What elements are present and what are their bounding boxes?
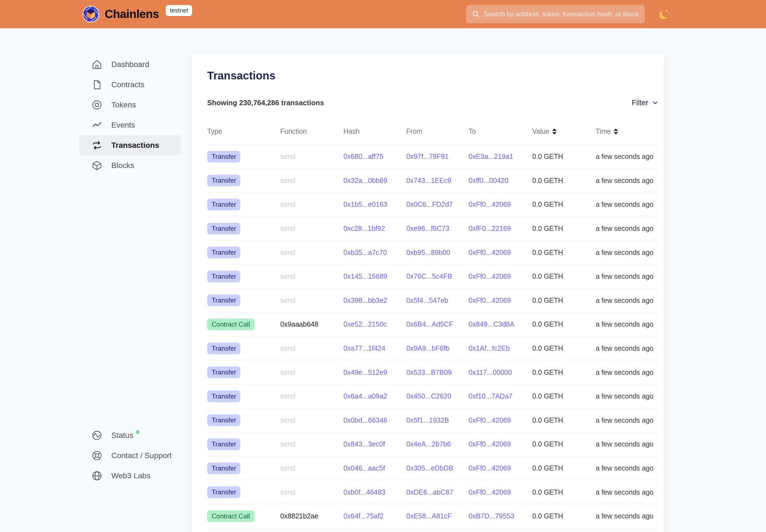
type-badge: Transfer [207,343,240,354]
hash-link[interactable]: 0x046...aac5f [343,464,406,472]
to-link[interactable]: 0xFf0...42069 [469,296,532,304]
sidebar-item-contact-support[interactable]: Contact / Support [79,445,181,466]
value-cell: 0.0 GETH [532,224,596,233]
sidebar-item-dashboard[interactable]: Dashboard [79,54,181,74]
function-label: send [280,440,343,448]
to-link[interactable]: 0xFf0...42069 [469,249,532,257]
sidebar-item-blocks[interactable]: Blocks [79,155,181,175]
function-label: send [280,296,343,304]
table-row: Contract Call0x9aaab6480xe52...2150c0x6B… [207,313,659,337]
hash-link[interactable]: 0xe52...2150c [343,320,406,328]
function-label: send [280,177,343,185]
sidebar-item-events[interactable]: Events [79,115,181,135]
to-link[interactable]: 0x1Af...fc2Eb [469,344,532,352]
to-link[interactable]: 0xFf0...42069 [469,200,532,208]
from-link[interactable]: 0x743...1EEc9 [406,177,469,185]
from-link[interactable]: 0xE58...A81cF [406,512,469,520]
to-link[interactable]: 0xFf0...42069 [469,488,532,496]
sidebar-item-web3-labs[interactable]: Web3 Labs [79,466,181,486]
from-link[interactable]: 0x4eA...2b7b6 [406,440,469,448]
table-header-row: Type Function Hash From To Value Time [207,118,659,145]
from-link[interactable]: 0xDE6...abC87 [406,488,469,496]
from-link[interactable]: 0x76C...5c4FB [406,272,469,280]
sidebar-item-transactions[interactable]: Transactions [79,135,181,155]
from-link[interactable]: 0x305...eDbDB [406,464,469,472]
to-link[interactable]: 0xFf0...42069 [469,416,532,424]
from-link[interactable]: 0x5f1...1932B [406,416,469,424]
type-cell: Transfer [207,295,280,306]
value-cell: 0.0 GETH [532,488,596,496]
to-link[interactable]: 0xB7D...79553 [469,512,532,520]
sidebar-item-contracts[interactable]: Contracts [79,74,181,95]
sidebar-item-status[interactable]: Status [79,425,181,445]
to-link[interactable]: 0x849...C3d8A [469,320,532,328]
from-link[interactable]: 0xe96...f6C73 [406,224,469,233]
to-link[interactable]: 0xE3a...219a1 [469,153,532,161]
value-cell: 0.0 GETH [532,249,596,257]
time-cell: a few seconds ago [596,296,659,304]
sidebar-item-tokens[interactable]: Tokens [79,95,181,115]
type-badge: Transfer [207,271,240,282]
to-link[interactable]: 0xFf0...42069 [469,440,532,448]
activity-icon [92,120,102,130]
from-link[interactable]: 0x5f4...547eb [406,296,469,304]
type-cell: Contract Call [207,319,280,330]
hash-link[interactable]: 0x680...aff75 [343,153,406,161]
hash-link[interactable]: 0x398...bb3e2 [343,296,406,304]
hash-link[interactable]: 0x843...3ec0f [343,440,406,448]
hash-link[interactable]: 0x145...15689 [343,272,406,280]
to-link[interactable]: 0xf10...7ADa7 [469,392,532,400]
to-link[interactable]: 0xFf0...42069 [469,272,532,280]
hash-link[interactable]: 0x6a4...a09a2 [343,392,406,400]
from-link[interactable]: 0xb95...89b00 [406,249,469,257]
sidebar-footer-nav: Status Contact / Support Web3 Labs [79,425,181,486]
hash-link[interactable]: 0x1b5...e0163 [343,200,406,208]
hash-link[interactable]: 0xb35...a7c70 [343,249,406,257]
function-label: send [280,344,343,352]
token-icon [92,100,102,110]
hash-link[interactable]: 0x32a...0bb69 [343,177,406,185]
page-title: Transactions [207,69,659,82]
time-cell: a few seconds ago [596,392,659,400]
theme-toggle-moon-icon[interactable] [657,7,671,22]
column-header-to: To [469,127,532,135]
sidebar-nav: Dashboard Contracts Tokens Events [79,54,181,175]
global-search [466,5,645,23]
table-row: Transfersend0x32a...0bb690x743...1EEc90x… [207,169,659,193]
hash-link[interactable]: 0xb0f...46483 [343,488,406,496]
function-label: send [280,464,343,472]
filter-button[interactable]: Filter [632,99,659,107]
from-link[interactable]: 0x97f...78F91 [406,153,469,161]
type-cell: Transfer [207,271,280,282]
hash-link[interactable]: 0xa77...1f424 [343,344,406,352]
hash-link[interactable]: 0xc28...1bf92 [343,224,406,233]
brand-logo[interactable]: Chainlens testnet [82,0,192,28]
to-link[interactable]: 0xFf0...42069 [469,464,532,472]
sort-value-icon[interactable] [552,128,557,135]
top-header-bar: Chainlens testnet [0,0,766,28]
time-cell: a few seconds ago [596,153,659,161]
type-cell: Transfer [207,223,280,234]
to-link[interactable]: 0xff0...00420 [469,177,532,185]
to-link[interactable]: 0x117...00000 [469,368,532,376]
search-input[interactable] [484,10,639,18]
hash-link[interactable]: 0x49e...512e9 [343,368,406,376]
from-link[interactable]: 0x6B4...Ad5CF [406,320,469,328]
table-row: Transfersend0x1b5...e01630x0C6...FD2d70x… [207,193,659,217]
from-link[interactable]: 0x9A9...bF6fb [406,344,469,352]
sort-time-icon[interactable] [614,128,618,135]
value-cell: 0.0 GETH [532,440,596,448]
hash-link[interactable]: 0x0bd...66346 [343,416,406,424]
from-link[interactable]: 0x533...B7B09 [406,368,469,376]
from-link[interactable]: 0x0C6...FD2d7 [406,200,469,208]
sidebar-item-label: Contact / Support [111,451,172,460]
time-cell: a few seconds ago [596,224,659,233]
time-cell: a few seconds ago [596,177,659,185]
type-cell: Transfer [207,366,280,378]
to-link[interactable]: 0xfF0...22169 [469,224,532,233]
column-header-type: Type [207,127,280,135]
from-link[interactable]: 0x450...C2620 [406,392,469,400]
hash-link[interactable]: 0x64f...75af2 [343,512,406,520]
type-cell: Transfer [207,151,280,162]
time-cell: a few seconds ago [596,200,659,208]
